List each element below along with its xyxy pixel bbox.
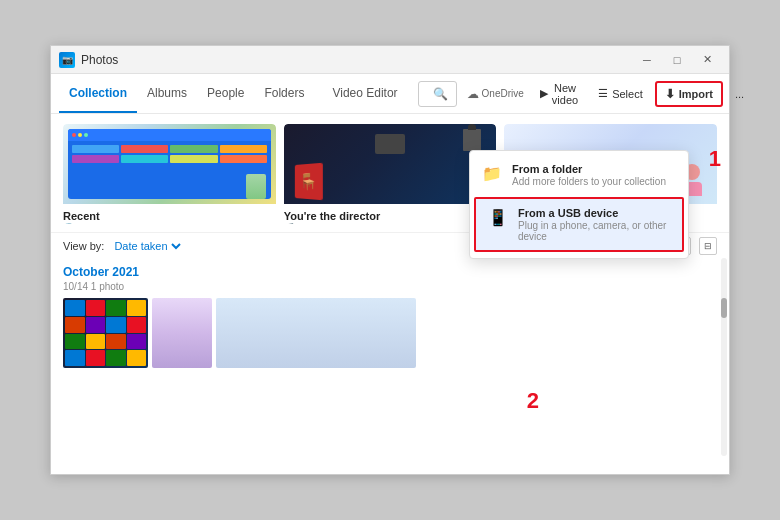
title-bar: 📷 Photos ─ □ ✕ — [51, 46, 729, 74]
app-icon: 📷 — [59, 52, 75, 68]
dropdown-usb-title: From a USB device — [518, 207, 670, 219]
folder-icon: 📁 — [482, 164, 502, 183]
video-icon: ▶ — [540, 87, 548, 100]
photo-strip — [63, 298, 717, 368]
card-recent-subtitle: 🕐 New in your collection — [63, 223, 276, 224]
main-content: Recent 🕐 New in your collection 🪑 — [51, 114, 729, 474]
card-director-title: You're the director — [284, 210, 497, 222]
app-title: Photos — [81, 53, 118, 67]
title-bar-controls: ─ □ ✕ — [633, 50, 721, 70]
nav-actions: ▶ New video ☰ Select ⬇ Import ... — [532, 78, 752, 110]
nav-bar: Collection Albums People Folders Video E… — [51, 74, 729, 114]
new-video-button[interactable]: ▶ New video — [532, 78, 586, 110]
section-date: October 2021 — [63, 265, 717, 279]
photo-thumb-3[interactable] — [216, 298, 416, 368]
section-count: 10/14 1 photo — [63, 281, 717, 292]
view-by-controls: View by: Date taken — [63, 239, 184, 253]
view-by-label: View by: — [63, 240, 104, 252]
minimize-button[interactable]: ─ — [633, 50, 661, 70]
annotation-2: 2 — [527, 388, 539, 414]
tab-people[interactable]: People — [197, 74, 254, 113]
card-director[interactable]: 🪑 You're the director 🎵 Create a video w… — [284, 124, 497, 224]
close-button[interactable]: ✕ — [693, 50, 721, 70]
view-by-select[interactable]: Date taken — [110, 239, 184, 253]
tab-video-editor[interactable]: Video Editor — [322, 74, 407, 113]
dropdown-usb-subtitle: Plug in a phone, camera, or other device — [518, 220, 670, 242]
scrollbar-thumb[interactable] — [721, 298, 727, 318]
card-director-image: 🪑 — [284, 124, 497, 204]
dropdown-folder-title: From a folder — [512, 163, 666, 175]
photo-thumb-2[interactable] — [152, 298, 212, 368]
title-bar-left: 📷 Photos — [59, 52, 118, 68]
annotation-1: 1 — [709, 146, 721, 172]
photo-section: October 2021 10/14 1 photo — [51, 259, 729, 474]
card-recent-image — [63, 124, 276, 204]
dropdown-item-folder[interactable]: 📁 From a folder Add more folders to your… — [470, 155, 688, 195]
tab-folders[interactable]: Folders — [254, 74, 314, 113]
usb-icon: 📱 — [488, 208, 508, 227]
card-recent-title: Recent — [63, 210, 276, 222]
import-icon: ⬇ — [665, 87, 675, 101]
search-box[interactable]: 🔍 — [418, 81, 457, 107]
dropdown-folder-subtitle: Add more folders to your collection — [512, 176, 666, 187]
photos-app-window: 📷 Photos ─ □ ✕ Collection Albums People … — [50, 45, 730, 475]
maximize-button[interactable]: □ — [663, 50, 691, 70]
onedrive-label: OneDrive — [482, 88, 524, 99]
card-recent[interactable]: Recent 🕐 New in your collection — [63, 124, 276, 224]
photo-thumb-1[interactable] — [63, 298, 148, 368]
view-icon-list[interactable]: ⊟ — [699, 237, 717, 255]
import-dropdown: 📁 From a folder Add more folders to your… — [469, 150, 689, 259]
dropdown-item-usb[interactable]: 📱 From a USB device Plug in a phone, cam… — [474, 197, 684, 252]
select-button[interactable]: ☰ Select — [590, 83, 651, 104]
onedrive-icon: ☁ — [467, 87, 479, 101]
onedrive-bar: ☁ OneDrive — [467, 87, 524, 101]
tab-collection[interactable]: Collection — [59, 74, 137, 113]
scrollbar[interactable] — [721, 258, 727, 456]
search-icon: 🔍 — [433, 87, 448, 101]
tab-albums[interactable]: Albums — [137, 74, 197, 113]
more-button[interactable]: ... — [727, 84, 752, 104]
select-icon: ☰ — [598, 87, 608, 100]
import-button[interactable]: ⬇ Import — [655, 81, 723, 107]
card-director-subtitle: 🎵 Create a video with music — [284, 223, 497, 224]
